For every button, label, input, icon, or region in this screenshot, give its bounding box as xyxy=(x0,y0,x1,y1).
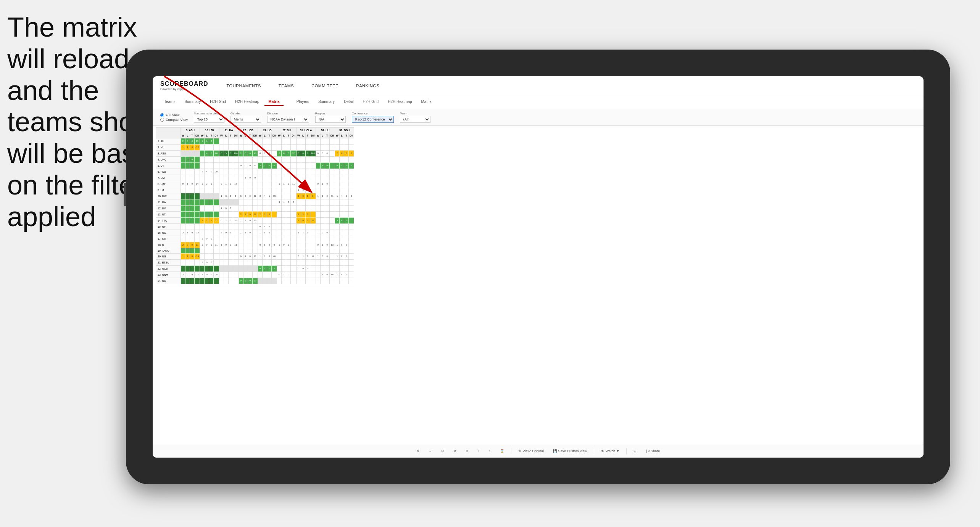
wlt-w-9: W xyxy=(335,133,340,138)
max-teams-select[interactable]: Top 25 xyxy=(194,116,224,123)
conference-select[interactable]: Pac-12 Conference xyxy=(352,116,394,123)
tab-h2h-grid[interactable]: H2H Grid xyxy=(206,98,230,106)
row-label: 5. UT xyxy=(156,163,181,169)
matrix-cell: 0 xyxy=(301,151,305,157)
gender-select[interactable]: Men's xyxy=(230,116,261,123)
matrix-cell xyxy=(224,236,228,242)
matrix-cell: 0 xyxy=(296,254,301,260)
matrix-cell: 0 xyxy=(209,181,214,187)
matrix-cell xyxy=(329,236,335,242)
table-row: 1. AU20023100 xyxy=(156,138,354,145)
full-view-radio[interactable]: Full View xyxy=(160,113,188,117)
tab-players-h2h-heatmap[interactable]: H2H Heatmap xyxy=(384,98,416,106)
matrix-cell xyxy=(219,212,224,218)
matrix-cell xyxy=(200,254,205,260)
tab-players-h2h-grid[interactable]: H2H Grid xyxy=(359,98,382,106)
region-select[interactable]: N/A xyxy=(315,116,346,123)
matrix-cell: 2 xyxy=(181,230,185,236)
matrix-cell xyxy=(296,278,301,284)
matrix-cell xyxy=(305,175,310,181)
col-header-uo24: 24. UO xyxy=(258,128,277,133)
matrix-cell xyxy=(286,248,291,254)
undo-button[interactable]: ↻ xyxy=(414,448,422,454)
matrix-cell: 2 xyxy=(181,138,185,145)
save-custom-view-button[interactable]: 💾 Save Custom View xyxy=(551,448,589,454)
timer-button[interactable]: ⌛ xyxy=(498,448,506,454)
matrix-cell xyxy=(248,272,252,278)
tablet-side-button[interactable] xyxy=(124,183,126,206)
matrix-cell xyxy=(335,230,340,236)
view-original-button[interactable]: 👁 View: Original xyxy=(516,448,546,454)
matrix-cell xyxy=(219,248,224,254)
matrix-cell: 1 xyxy=(282,181,286,187)
matrix-cell: 38 xyxy=(233,218,239,224)
matrix-cell: 0 xyxy=(209,138,214,145)
matrix-cell: 0 xyxy=(258,151,263,157)
tab-players[interactable]: Players xyxy=(293,98,313,106)
matrix-cell xyxy=(200,187,205,193)
tab-detail[interactable]: Detail xyxy=(340,98,358,106)
tab-teams[interactable]: Teams xyxy=(160,98,179,106)
matrix-cell xyxy=(233,236,239,242)
matrix-cell xyxy=(243,248,248,254)
matrix-cell xyxy=(286,157,291,163)
tab-summary[interactable]: Summary xyxy=(181,98,205,106)
matrix-cell xyxy=(277,236,282,242)
matrix-cell xyxy=(190,193,195,199)
nav-committee[interactable]: COMMITTEE xyxy=(308,82,342,90)
matrix-cell xyxy=(301,175,305,181)
matrix-cell: 0 xyxy=(190,230,195,236)
matrix-cell: 0 xyxy=(349,163,354,169)
matrix-cell xyxy=(200,230,205,236)
tab-players-matrix[interactable]: Matrix xyxy=(417,98,435,106)
matrix-cell xyxy=(310,157,316,163)
watch-button[interactable]: 👁 Watch ▼ xyxy=(599,448,622,454)
matrix-cell: 11 xyxy=(291,181,296,187)
matrix-area[interactable]: 3. ASU 10. UW 11. UA 22. UCB 24. UO xyxy=(153,126,924,444)
matrix-cell xyxy=(219,145,224,151)
matrix-cell xyxy=(233,163,239,169)
matrix-cell xyxy=(224,260,228,266)
nav-tournaments[interactable]: TOURNAMENTS xyxy=(224,82,264,90)
matrix-cell: 0 xyxy=(272,266,277,272)
matrix-cell xyxy=(325,278,329,284)
remove-button[interactable]: ⊖ xyxy=(463,448,471,454)
matrix-cell: 0 xyxy=(258,266,263,272)
matrix-cell: 0 xyxy=(243,151,248,157)
matrix-cell: 2 xyxy=(263,163,267,169)
matrix-cell xyxy=(305,260,310,266)
share-button[interactable]: ∣< Share xyxy=(643,448,662,454)
matrix-cell xyxy=(200,266,205,272)
matrix-cell xyxy=(209,254,214,260)
tab-h2h-heatmap[interactable]: H2H Heatmap xyxy=(231,98,263,106)
add-button[interactable]: ⊕ xyxy=(451,448,459,454)
nav-rankings[interactable]: RANKINGS xyxy=(353,82,382,90)
matrix-cell xyxy=(272,236,277,242)
table-row: 12. UV100 xyxy=(156,206,354,212)
team-select[interactable]: (All) xyxy=(400,116,430,123)
matrix-cell xyxy=(325,157,329,163)
col-header-uu: 54. UU xyxy=(316,128,335,133)
matrix-cell: 0 xyxy=(325,151,329,157)
division-select[interactable]: NCAA Division I xyxy=(267,116,309,123)
grid-button[interactable]: ⊞ xyxy=(631,448,639,454)
tab-matrix[interactable]: Matrix xyxy=(264,98,283,106)
tab-players-summary[interactable]: Summary xyxy=(314,98,338,106)
table-row: 2. VU120-12 xyxy=(156,145,354,151)
refresh-button[interactable]: ↺ xyxy=(439,448,446,454)
matrix-cell xyxy=(329,199,335,206)
matrix-cell xyxy=(195,260,200,266)
matrix-cell xyxy=(344,181,349,187)
matrix-cell xyxy=(329,224,335,230)
matrix-cell xyxy=(305,199,310,206)
matrix-cell xyxy=(267,236,272,242)
nav-teams[interactable]: TEAMS xyxy=(276,82,297,90)
matrix-cell xyxy=(252,199,258,206)
redo-button[interactable]: → xyxy=(426,448,434,454)
number-button[interactable]: 1 xyxy=(487,448,493,454)
plus-button[interactable]: + xyxy=(475,448,482,454)
compact-view-radio[interactable]: Compact View xyxy=(160,118,188,122)
matrix-cell: 26 xyxy=(252,218,258,224)
matrix-cell xyxy=(214,278,219,284)
matrix-cell xyxy=(239,266,243,272)
